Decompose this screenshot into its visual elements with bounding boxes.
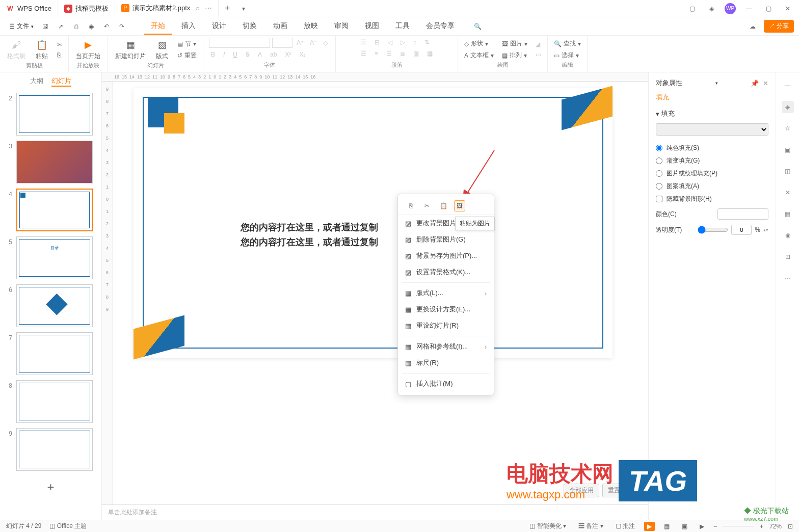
more-icon[interactable]: ⋯	[782, 272, 794, 284]
slide-editor[interactable]: 您的内容打在这里，或者通过复制 您的内容打在这里，或者通过复制	[113, 82, 648, 504]
superscript-icon[interactable]: X²	[283, 50, 293, 59]
tool-settings-icon[interactable]: ✕	[782, 187, 794, 199]
underline-icon[interactable]: U	[231, 50, 239, 59]
search-icon[interactable]: 🔍	[474, 23, 482, 30]
decrease-font-icon[interactable]: A⁻	[308, 38, 319, 47]
theme-indicator[interactable]: ◫ Office 主题	[49, 522, 87, 530]
apply-all-button[interactable]: 全部应用	[564, 484, 599, 497]
slide-thumb[interactable]	[16, 332, 93, 375]
numbering-icon[interactable]: ⊟	[372, 38, 382, 47]
user-avatar[interactable]: WP	[725, 3, 736, 14]
reset-button[interactable]: ↺ 重置	[175, 50, 199, 61]
align-right-icon[interactable]: ☰	[384, 49, 394, 58]
new-slide-button[interactable]: ▦新建幻灯片	[112, 38, 149, 62]
zoom-level[interactable]: 72%	[769, 523, 782, 530]
text-dir-icon[interactable]: ⇅	[422, 38, 432, 47]
opacity-value[interactable]	[731, 225, 752, 235]
slide-thumb[interactable]	[16, 428, 93, 471]
clear-format-icon[interactable]: ◇	[321, 38, 330, 47]
picture-fill-radio[interactable]: 图片或纹理填充(P)	[656, 169, 768, 178]
close-button[interactable]: ✕	[782, 3, 794, 15]
paste-icon[interactable]: 📋	[438, 200, 449, 211]
section-button[interactable]: ▤ 节 ▾	[175, 39, 199, 49]
menu-tab-view[interactable]: 视图	[358, 18, 386, 35]
justify-icon[interactable]: ≣	[398, 49, 407, 58]
preview-icon[interactable]: ◉	[86, 21, 97, 32]
ctx-reset-slide[interactable]: ▦重设幻灯片(R)	[398, 317, 494, 334]
tool-star-icon[interactable]: ☆	[782, 122, 794, 135]
play-from-current-button[interactable]: ▶当页开始	[73, 38, 103, 62]
font-color-icon[interactable]: A	[256, 50, 264, 59]
line-spacing-icon[interactable]: ↕	[411, 38, 418, 47]
tab-close-icon[interactable]: ⋯	[205, 4, 212, 12]
tab-menu-button[interactable]: ▾	[236, 5, 251, 12]
cut-icon[interactable]: ✂	[421, 200, 433, 211]
color-picker[interactable]	[717, 208, 768, 220]
export-icon[interactable]: ↗	[55, 21, 66, 32]
fit-icon[interactable]: ⊡	[788, 523, 793, 530]
zoom-in-icon[interactable]: +	[760, 523, 763, 530]
normal-view-icon[interactable]: ▶	[644, 522, 655, 531]
collapse-icon[interactable]: —	[782, 79, 794, 92]
undo-icon[interactable]: ↶	[101, 21, 112, 32]
hide-bg-checkbox[interactable]: 隐藏背景图形(H)	[656, 195, 768, 203]
fill-tab[interactable]: 填充	[649, 90, 776, 105]
indent-dec-icon[interactable]: ◁	[386, 38, 394, 47]
bold-icon[interactable]: B	[209, 50, 217, 59]
cloud-icon[interactable]: ☁	[747, 20, 759, 33]
font-select[interactable]	[209, 38, 270, 48]
font-size[interactable]	[272, 38, 292, 48]
cut-button[interactable]: ✂	[55, 40, 64, 49]
tab-templates[interactable]: ◆ 找稻壳模板	[58, 0, 115, 17]
highlight-icon[interactable]: ab	[268, 50, 279, 59]
paste-as-image-icon[interactable]: 🖼	[454, 200, 465, 211]
select-button[interactable]: ▭ 选择 ▾	[552, 50, 583, 61]
panel-icon[interactable]: ▢	[686, 3, 698, 15]
columns-icon[interactable]: ▥	[411, 49, 421, 58]
fill-type-select[interactable]	[656, 123, 768, 136]
sorter-view-icon[interactable]: ▦	[661, 522, 673, 531]
menu-tab-member[interactable]: 会员专享	[419, 18, 462, 35]
gradient-fill-radio[interactable]: 渐变填充(G)	[656, 156, 768, 165]
slide-thumb[interactable]	[16, 380, 93, 423]
add-slide-button[interactable]: +	[5, 476, 96, 498]
copy-button[interactable]: ⎘	[55, 50, 64, 60]
copy-icon[interactable]: ⎘	[405, 200, 416, 211]
menu-tab-tools[interactable]: 工具	[388, 18, 417, 35]
menu-tab-design[interactable]: 设计	[205, 18, 233, 35]
tool-present-icon[interactable]: ▣	[782, 144, 794, 156]
ctx-save-bg[interactable]: ▨背景另存为图片(P)...	[398, 248, 494, 264]
slide-thumb[interactable]	[16, 141, 93, 183]
slide-thumb[interactable]	[16, 93, 93, 136]
italic-icon[interactable]: I	[221, 50, 227, 59]
save-icon[interactable]: 🖫	[40, 21, 51, 32]
tab-pin-icon[interactable]: ○	[195, 4, 199, 12]
tool-more-icon[interactable]: ⊡	[782, 251, 794, 263]
redo-icon[interactable]: ↷	[116, 21, 127, 32]
minimize-button[interactable]: —	[743, 3, 755, 15]
shapes-button[interactable]: ◇ 形状 ▾	[462, 38, 496, 49]
outline-icon[interactable]: ▭	[534, 50, 543, 59]
stepper-icon[interactable]: ▴▾	[763, 227, 768, 232]
tab-wps-home[interactable]: W WPS Office	[0, 0, 58, 17]
textbox-button[interactable]: A 文本框 ▾	[462, 50, 496, 61]
pattern-fill-radio[interactable]: 图案填充(A)	[656, 182, 768, 191]
ctx-ruler[interactable]: ▦标尺(R)	[398, 355, 494, 371]
comments-button[interactable]: ▢ 批注	[612, 521, 638, 531]
notes-button[interactable]: ☰ 备注 ▾	[575, 521, 606, 531]
reading-view-icon[interactable]: ▣	[679, 522, 690, 531]
indent-inc-icon[interactable]: ▷	[398, 38, 407, 47]
menu-tab-insert[interactable]: 插入	[174, 18, 203, 35]
new-tab-button[interactable]: +	[219, 3, 236, 14]
cube-icon[interactable]: ◈	[705, 3, 717, 15]
menu-tab-review[interactable]: 审阅	[327, 18, 356, 35]
opacity-slider[interactable]	[698, 226, 728, 234]
ctx-format-bg[interactable]: ▨设置背景格式(K)...	[398, 264, 494, 280]
slide-thumb-active[interactable]	[16, 189, 93, 231]
menu-tab-transition[interactable]: 切换	[235, 18, 264, 35]
paste-button[interactable]: 📋粘贴	[33, 38, 51, 62]
format-brush-button[interactable]: 🖌格式刷	[4, 38, 29, 62]
solid-fill-radio[interactable]: 纯色填充(S)	[656, 144, 768, 152]
menu-tab-animation[interactable]: 动画	[266, 18, 295, 35]
beautify-button[interactable]: ◫ 智能美化 ▾	[526, 521, 569, 531]
